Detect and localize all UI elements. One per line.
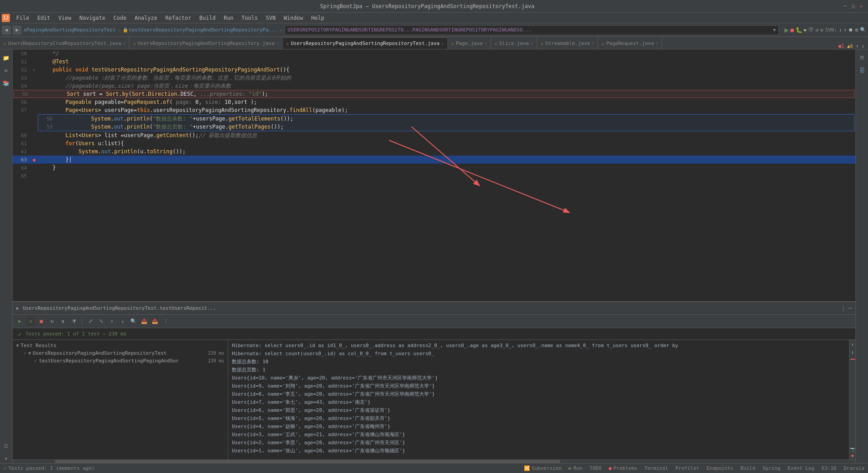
run-panel-options[interactable]: ⋮ [841, 305, 846, 312]
run-import-button[interactable]: 📥 [140, 317, 149, 326]
menu-run[interactable]: Run [220, 14, 237, 22]
breadcrumb[interactable]: xPagingAndSortingRepositoryTest [23, 27, 115, 33]
tab-close-icon6[interactable]: ✕ [592, 41, 594, 45]
tab-slice[interactable]: ☕ Slice.java ✕ [491, 37, 537, 49]
tab-crudtest[interactable]: ☕ UsersRepositoryCrudRepositoryTest.java… [0, 37, 129, 49]
menu-build[interactable]: Build [196, 14, 219, 22]
scroll-up-icon[interactable]: ↑ [856, 43, 859, 49]
nav-forward-button[interactable]: ▶ [13, 26, 22, 35]
maven-icon[interactable]: M [857, 53, 867, 63]
scroll-down-icon[interactable]: ↓ [861, 43, 864, 49]
console-output[interactable]: Hibernate: select users0_.id as id1_0_, … [228, 340, 849, 460]
code-line-51: 51 @Test [13, 58, 855, 66]
status-endpoints[interactable]: Endpoints [706, 465, 733, 471]
test-results-header[interactable]: ▼ Test Results [13, 342, 228, 349]
stop-button[interactable]: ■ [791, 27, 794, 33]
menu-analyze[interactable]: Analyze [131, 14, 161, 22]
run-restart-button[interactable]: ▶ [15, 317, 24, 326]
menu-view[interactable]: View [55, 14, 75, 22]
profile-button[interactable]: ⏱ [809, 27, 814, 33]
coverage-button[interactable]: ▶̈ [804, 27, 807, 33]
menu-navigate[interactable]: Navigate [76, 14, 109, 22]
window-controls[interactable]: ─ □ ✕ [842, 3, 864, 9]
status-run-item[interactable]: ▶ Run [569, 465, 583, 471]
minimize-button[interactable]: ─ [842, 3, 848, 9]
run-filter-button[interactable]: ⧩ [69, 317, 78, 326]
nav-bar: ◀ ▶ xPagingAndSortingRepositoryTest › 🔒 … [0, 23, 868, 37]
reload2-button[interactable]: ↻ [820, 27, 824, 33]
tab-streamable[interactable]: ☕ Streamable.java ✕ [537, 37, 598, 49]
debug-button[interactable]: 🐛 [796, 27, 802, 33]
nav-path[interactable]: testUsersRepositoryPagingAndSortingRepos… [129, 27, 278, 33]
code-area[interactable]: 50 */ 51 @Test 52 ✓ publ [13, 49, 855, 301]
status-profiler[interactable]: Profiler [675, 465, 699, 471]
sidebar-commit-icon[interactable]: ⊕ [1, 66, 11, 76]
dropdown-icon[interactable]: ▼ [773, 27, 776, 32]
tab-label4: Page.java [456, 40, 483, 46]
run-rerun-button[interactable]: ↺ [26, 317, 35, 326]
tab-close-icon4[interactable]: ✕ [484, 41, 487, 45]
sidebar-learn-icon[interactable]: 📚 [1, 78, 11, 88]
grid-button[interactable]: ⊞ [855, 27, 858, 33]
run-button[interactable]: ▶ [784, 26, 789, 34]
run-expand-button[interactable]: ⤢ [86, 317, 95, 326]
run-scroll-up-button[interactable]: ↑ [107, 317, 116, 326]
status-theme[interactable]: Dracula [844, 465, 864, 471]
status-spring[interactable]: Spring [762, 465, 780, 471]
run-stop-button[interactable]: ■ [37, 317, 46, 326]
menu-window[interactable]: Window [280, 14, 306, 22]
search-button[interactable]: 🔍 [860, 27, 866, 33]
console-camera-icon[interactable]: 📷 [850, 447, 855, 451]
sidebar-favorites-icon[interactable]: ★ [1, 453, 11, 463]
menu-tools[interactable]: Tools [238, 14, 261, 22]
run-rerun-failed-button[interactable]: ↻ [48, 317, 57, 326]
tab-close-icon2[interactable]: ✕ [276, 41, 279, 45]
menu-refactor[interactable]: Refactor [162, 14, 195, 22]
tab-pagerequest[interactable]: ☕ PageRequest.java ✕ [598, 37, 662, 49]
scrollbar-thumb[interactable] [55, 460, 561, 463]
tab-close-icon7[interactable]: ✕ [655, 41, 658, 45]
console-scroll-down[interactable]: ↓ [851, 349, 854, 355]
test-method-item[interactable]: ✓ testUsersRepositoryPagingAndSortingPag… [13, 357, 228, 365]
run-search-button[interactable]: 🔍 [129, 317, 138, 326]
svn-commit-button[interactable]: ↑ [844, 27, 847, 33]
tab-page[interactable]: ☕ Page.java ✕ [448, 37, 491, 49]
sidebar-structure-icon[interactable]: ◫ [1, 441, 11, 451]
menu-code[interactable]: Code [110, 14, 130, 22]
run-sort-button[interactable]: ⇅ [58, 317, 67, 326]
maximize-button[interactable]: □ [850, 3, 856, 9]
svn-history-button[interactable]: ⏺ [848, 27, 853, 33]
tab-close-icon3[interactable]: ✕ [441, 41, 443, 46]
status-build[interactable]: Build [740, 465, 755, 471]
status-terminal[interactable]: Terminal [644, 465, 668, 471]
menu-svn[interactable]: SVN [262, 14, 279, 22]
status-event-log[interactable]: Event Log [788, 465, 815, 471]
close-button[interactable]: ✕ [858, 3, 864, 9]
tab-close-icon[interactable]: ✕ [123, 41, 125, 45]
menu-file[interactable]: File [13, 14, 33, 22]
menu-help[interactable]: Help [308, 14, 328, 22]
database-icon[interactable]: 🗄 [857, 66, 867, 76]
run-panel-minimize[interactable]: ─ [849, 305, 852, 312]
tab-pagingrepository[interactable]: ☕ UsersRepositoryPagingAndSortingReposit… [129, 37, 283, 49]
java-icon4: ☕ [452, 41, 454, 46]
code-editor[interactable]: 50 */ 51 @Test 52 ✓ publ [13, 49, 855, 301]
console-scroll-up[interactable]: ↑ [851, 342, 854, 348]
status-todo[interactable]: TODO [589, 465, 602, 471]
svn-update-button[interactable]: ↓ [839, 27, 842, 33]
nav-back-button[interactable]: ◀ [2, 26, 11, 35]
main-layout: 📁 ⊕ 📚 ◫ ★ 50 */ [0, 49, 868, 463]
status-problems[interactable]: ● Problems [609, 465, 638, 471]
status-subversion[interactable]: 🔀 Subversion [524, 465, 562, 471]
run-export-button[interactable]: 📤 [151, 317, 159, 326]
tab-pagingtest[interactable]: ☕ UsersRepositoryPagingAndSortingReposit… [283, 37, 448, 49]
test-class-item[interactable]: ✓ ▼ UsersRepositoryPagingAndSortingRepos… [13, 349, 228, 357]
run-scroll-down-button[interactable]: ↓ [118, 317, 127, 326]
horizontal-scrollbar[interactable] [13, 460, 855, 463]
menu-edit[interactable]: Edit [34, 14, 54, 22]
reload-button[interactable]: ↺ [815, 27, 819, 33]
run-more-button[interactable]: ⋮ [161, 317, 170, 326]
run-collapse-button[interactable]: ⤡ [97, 317, 106, 326]
sidebar-project-icon[interactable]: 📁 [1, 53, 11, 63]
tab-close-icon5[interactable]: ✕ [531, 41, 533, 45]
